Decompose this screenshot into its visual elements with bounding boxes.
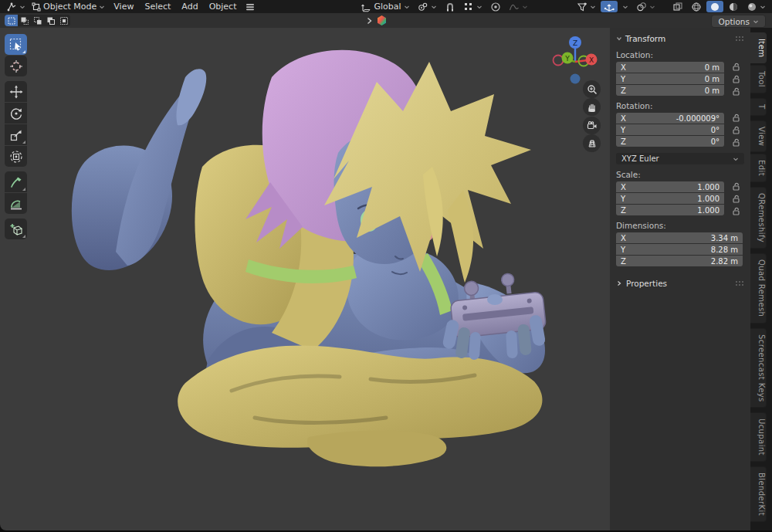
shading-material-button[interactable] bbox=[725, 1, 742, 12]
select-mode-extend-button[interactable] bbox=[18, 15, 31, 26]
tool-select-box[interactable] bbox=[5, 34, 27, 55]
chevron-down-icon bbox=[622, 4, 628, 10]
select-mode-invert-button[interactable] bbox=[44, 15, 57, 26]
transform-panel-header[interactable]: Transform bbox=[616, 32, 744, 45]
asset-bar-toggle[interactable] bbox=[366, 14, 388, 27]
lock-open-icon[interactable] bbox=[732, 207, 740, 215]
sidebar-tab-strip: Item Tool T View Edit QRemeshify Quad Re… bbox=[750, 28, 772, 530]
select-mode-group bbox=[5, 15, 70, 26]
tab-view[interactable]: View bbox=[750, 120, 767, 152]
shading-rendered-button[interactable] bbox=[743, 1, 769, 12]
3d-cursor-icon bbox=[9, 59, 23, 73]
tab-screencast-keys[interactable]: Screencast Keys bbox=[750, 328, 767, 408]
chevron-down-icon bbox=[19, 4, 25, 10]
rendered-shading-icon bbox=[747, 2, 757, 12]
panel-drag-handle[interactable] bbox=[735, 280, 744, 286]
location-z-field[interactable]: Z 0 m bbox=[616, 85, 724, 96]
panel-drag-handle[interactable] bbox=[735, 36, 744, 42]
rotate-tool-icon bbox=[9, 107, 23, 120]
menu-select[interactable]: Select bbox=[139, 2, 176, 12]
chevron-down-icon bbox=[431, 4, 437, 10]
select-mode-intersect-button[interactable] bbox=[57, 15, 70, 26]
chevron-down-icon bbox=[733, 156, 739, 162]
tool-cursor[interactable] bbox=[5, 56, 27, 76]
scale-y-field[interactable]: Y 1.000 bbox=[616, 193, 724, 204]
snap-toggle-button[interactable] bbox=[442, 1, 459, 12]
options-button-label: Options bbox=[718, 17, 750, 26]
dimensions-y-field[interactable]: Y 8.28 m bbox=[616, 244, 743, 255]
tab-ucupaint[interactable]: Ucupaint bbox=[750, 412, 767, 462]
tool-add-primitive[interactable] bbox=[5, 219, 27, 239]
lock-open-icon[interactable] bbox=[732, 87, 740, 96]
rotation-x-field[interactable]: X -0.000009° bbox=[616, 113, 724, 124]
lock-open-icon[interactable] bbox=[732, 182, 740, 191]
tool-measure[interactable] bbox=[5, 193, 27, 214]
rotation-y-field[interactable]: Y 0° bbox=[616, 124, 724, 135]
solid-shading-icon bbox=[709, 2, 720, 12]
select-set-icon bbox=[7, 16, 16, 25]
tool-transform[interactable] bbox=[5, 146, 27, 167]
tool-rotate[interactable] bbox=[5, 103, 27, 124]
hamburger-icon bbox=[245, 2, 256, 12]
tab-quad-remesh[interactable]: Quad Remesh bbox=[750, 253, 767, 323]
toggle-projection-button[interactable] bbox=[583, 134, 601, 152]
lock-open-icon[interactable] bbox=[732, 114, 740, 122]
rotation-mode-dropdown[interactable]: XYZ Euler bbox=[616, 153, 744, 164]
tool-scale[interactable] bbox=[5, 124, 27, 145]
location-fields: X 0 m Y 0 m Z 0 m bbox=[616, 62, 724, 96]
lock-open-icon[interactable] bbox=[732, 63, 740, 71]
menu-object[interactable]: Object bbox=[204, 2, 242, 12]
tool-move[interactable] bbox=[5, 81, 27, 102]
gizmo-neg-z-axis[interactable] bbox=[571, 74, 581, 84]
lock-open-icon[interactable] bbox=[732, 138, 740, 147]
proportional-edit-icon bbox=[490, 2, 501, 12]
camera-view-button[interactable] bbox=[583, 117, 601, 134]
tab-blenderkit[interactable]: BlenderKit bbox=[750, 466, 767, 522]
editor-type-selector[interactable] bbox=[3, 1, 29, 12]
select-mode-set-button[interactable] bbox=[5, 15, 18, 26]
gizmo-dropdown[interactable] bbox=[619, 1, 631, 12]
tab-tool[interactable]: Tool bbox=[750, 65, 767, 93]
toggle-xray-button[interactable] bbox=[669, 1, 686, 12]
xray-icon bbox=[672, 2, 683, 12]
tab-t[interactable]: T bbox=[750, 98, 767, 116]
show-overlays-button[interactable] bbox=[633, 1, 659, 12]
mode-dropdown[interactable]: Object Mode bbox=[29, 1, 108, 12]
scale-z-field[interactable]: Z 1.000 bbox=[616, 205, 724, 215]
select-mode-subtract-button[interactable] bbox=[31, 15, 44, 26]
dimensions-z-field[interactable]: Z 2.82 m bbox=[616, 256, 743, 266]
pan-view-button[interactable] bbox=[583, 98, 601, 116]
menu-view[interactable]: View bbox=[108, 2, 139, 12]
chevron-down-icon bbox=[649, 4, 655, 10]
tab-qremeshify[interactable]: QRemeshify bbox=[750, 187, 767, 249]
transform-orientation-dropdown[interactable]: Global bbox=[357, 1, 412, 12]
shading-solid-button[interactable] bbox=[706, 1, 723, 12]
tool-annotate[interactable] bbox=[5, 171, 27, 192]
proportional-editing-button[interactable] bbox=[487, 1, 504, 12]
scale-x-field[interactable]: X 1.000 bbox=[616, 181, 724, 192]
lock-open-icon[interactable] bbox=[732, 126, 740, 134]
zoom-view-button[interactable] bbox=[583, 80, 601, 98]
options-button[interactable]: Options bbox=[711, 15, 766, 28]
snap-target-dropdown[interactable] bbox=[460, 1, 486, 12]
menu-overflow-button[interactable] bbox=[242, 1, 259, 12]
shading-wireframe-button[interactable] bbox=[688, 1, 705, 12]
rotation-z-field[interactable]: Z 0° bbox=[616, 136, 724, 147]
gizmo-x-label: X bbox=[589, 56, 594, 64]
lock-open-icon[interactable] bbox=[732, 75, 740, 83]
object-visibility-filter-dropdown[interactable] bbox=[574, 1, 599, 12]
dimensions-x-field[interactable]: X 3.34 m bbox=[616, 232, 743, 243]
3d-viewport-editor-icon bbox=[6, 2, 17, 12]
lock-open-icon[interactable] bbox=[732, 195, 740, 203]
tab-edit[interactable]: Edit bbox=[750, 154, 767, 182]
location-y-field[interactable]: Y 0 m bbox=[616, 73, 724, 84]
gizmo-neg-x-axis[interactable] bbox=[554, 56, 564, 66]
menu-add[interactable]: Add bbox=[176, 2, 203, 12]
tab-item[interactable]: Item bbox=[750, 32, 767, 63]
location-x-field[interactable]: X 0 m bbox=[616, 62, 724, 73]
pivot-point-dropdown[interactable] bbox=[415, 1, 440, 12]
magnifier-plus-icon bbox=[587, 84, 598, 95]
properties-panel-header[interactable]: Properties bbox=[616, 277, 744, 290]
proportional-falloff-dropdown[interactable] bbox=[506, 1, 531, 12]
show-gizmo-button[interactable] bbox=[601, 1, 618, 12]
